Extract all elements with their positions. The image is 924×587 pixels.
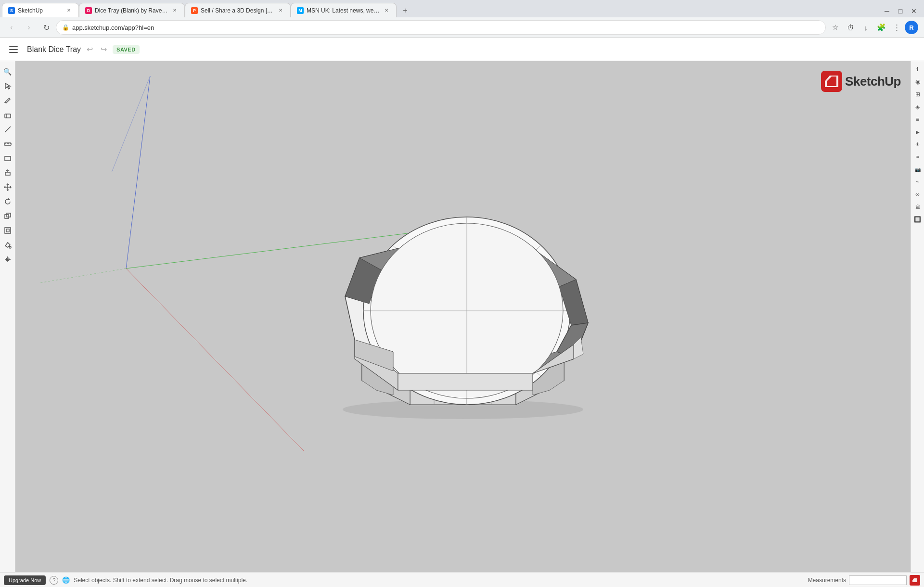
downloads-button[interactable]: ↓ [859,20,873,35]
pencil-tool-button[interactable] [1,94,14,107]
rectangle-tool-button[interactable] [1,152,14,165]
3d-warehouse-button[interactable]: 🏛 [911,201,924,213]
svg-line-23 [126,268,304,451]
app-container: Blank Dice Tray ↩ ↪ SAVED 🔍 [0,38,924,587]
scenes-button[interactable]: ▶ [911,126,924,138]
address-bar[interactable]: 🔒 app.sketchup.com/app?hl=en [56,20,826,35]
fog-button[interactable]: ≈ [911,151,924,163]
main-content: 🔍 [0,61,924,572]
extensions-button[interactable]: 🧩 [874,20,888,35]
measurements-label: Measurements [808,577,846,584]
tab-close-msn[interactable]: ✕ [383,7,390,14]
toolbar-right: ☆ ⏱ ↓ 🧩 ⋮ R [828,20,920,35]
new-tab-button[interactable]: + [398,4,412,17]
measurements-area: Measurements [808,575,920,586]
tab-favicon-msn: M [297,7,304,14]
bookmark-star-button[interactable]: ☆ [828,20,842,35]
left-toolbar: 🔍 [0,61,15,572]
svg-rect-8 [5,156,11,161]
styles-button[interactable]: ◈ [911,101,924,113]
tab-title-sketchup: SketchUp [18,7,62,14]
extension-warehouse-button[interactable]: 🔲 [911,213,924,226]
materials-button[interactable]: ◉ [911,76,924,88]
reload-button[interactable]: ↻ [38,20,54,35]
close-button[interactable]: ✕ [908,5,920,17]
tab-favicon-dice: D [85,7,92,14]
svg-rect-9 [5,172,10,175]
layers-button[interactable]: ≡ [911,113,924,126]
dice-tray-model [314,174,612,431]
match-photo-button[interactable]: 📷 [911,163,924,176]
status-text: Select objects. Shift to extend select. … [74,577,247,584]
select-tool-button[interactable] [1,79,14,93]
tab-close-dice[interactable]: ✕ [171,7,179,14]
move-tool-button[interactable] [1,180,14,194]
menu-button[interactable]: ⋮ [889,20,904,35]
su-icon-corner [910,575,920,586]
svg-line-2 [5,127,11,132]
svg-line-21 [126,76,150,268]
geo-location-icon[interactable]: 🌐 [62,576,70,584]
tab-sell[interactable]: P Sell / Share a 3D Design | Pinsha... ✕ [185,3,291,17]
offset-tool-button[interactable] [1,224,14,237]
back-button[interactable]: ‹ [4,20,19,35]
upgrade-now-button[interactable]: Upgrade Now [4,575,46,585]
tab-favicon-sketchup: S [8,7,15,14]
undo-button[interactable]: ↩ [85,43,95,56]
svg-rect-0 [5,114,11,118]
tab-sketchup[interactable]: S SketchUp ✕ [2,3,79,17]
sketchup-logo-icon [821,71,842,92]
svg-line-25 [112,76,150,172]
push-pull-button[interactable] [1,166,14,179]
paint-bucket-button[interactable] [1,238,14,252]
rotate-tool-button[interactable] [1,195,14,208]
address-text: app.sketchup.com/app?hl=en [72,24,154,31]
shadows-button[interactable]: ☀ [911,138,924,151]
browser-chrome: S SketchUp ✕ D Dice Tray (Blank) by Rave… [0,0,924,38]
profile-avatar[interactable]: R [905,21,918,34]
minimize-button[interactable]: ─ [881,5,893,17]
tab-msn[interactable]: M MSN UK: Latest news, weather, h... ✕ [291,3,397,17]
hamburger-line-3 [9,52,18,53]
tab-favicon-sell: P [191,7,198,14]
tab-dice-tray[interactable]: D Dice Tray (Blank) by Ravencos2? ✕ [79,3,185,17]
soften-edges-button[interactable]: ~ [911,176,924,188]
right-panel: ℹ ◉ ⊞ ◈ ≡ ▶ ☀ ≈ 📷 ~ ∞ 🏛 🔲 [911,61,924,572]
hamburger-line-2 [9,49,18,50]
measurements-input[interactable] [849,575,907,585]
eraser-tool-button[interactable] [1,108,14,122]
components-button[interactable]: ⊞ [911,88,924,101]
tape-measure-button[interactable] [1,137,14,151]
tab-title-msn: MSN UK: Latest news, weather, h... [307,7,380,14]
tab-title-dice: Dice Tray (Blank) by Ravencos2? [95,7,168,14]
svg-point-17 [9,246,11,248]
history-button[interactable]: ⏱ [843,20,858,35]
tab-close-sell[interactable]: ✕ [277,7,284,14]
svg-rect-15 [5,228,11,233]
menu-hamburger-button[interactable] [6,42,21,57]
sketchup-logo: SketchUp [821,71,901,92]
sketchup-logo-text: SketchUp [845,74,901,89]
app-header: Blank Dice Tray ↩ ↪ SAVED [0,38,924,61]
scale-tool-button[interactable] [1,209,14,223]
browser-toolbar: ‹ › ↻ 🔒 app.sketchup.com/app?hl=en ☆ ⏱ ↓… [0,17,924,38]
forward-button[interactable]: › [21,20,37,35]
maximize-button[interactable]: □ [894,5,907,17]
infinity-button[interactable]: ∞ [911,188,924,201]
hamburger-line-1 [9,46,18,47]
saved-badge: SAVED [113,45,140,54]
section-plane-button[interactable] [1,253,14,266]
search-tool-button[interactable]: 🔍 [1,65,14,78]
redo-button[interactable]: ↪ [99,43,109,56]
help-icon[interactable]: ? [50,576,58,585]
line-tool-button[interactable] [1,123,14,136]
svg-line-24 [39,268,126,283]
svg-rect-16 [6,229,9,232]
app-title: Blank Dice Tray [27,45,81,54]
viewport[interactable]: SketchUp [15,61,911,572]
window-controls: ─ □ ✕ [877,5,924,17]
status-bar: Upgrade Now ? 🌐 Select objects. Shift to… [0,572,924,587]
entity-info-button[interactable]: ℹ [911,63,924,76]
tab-close-sketchup[interactable]: ✕ [65,7,73,14]
tab-title-sell: Sell / Share a 3D Design | Pinsha... [201,7,274,14]
